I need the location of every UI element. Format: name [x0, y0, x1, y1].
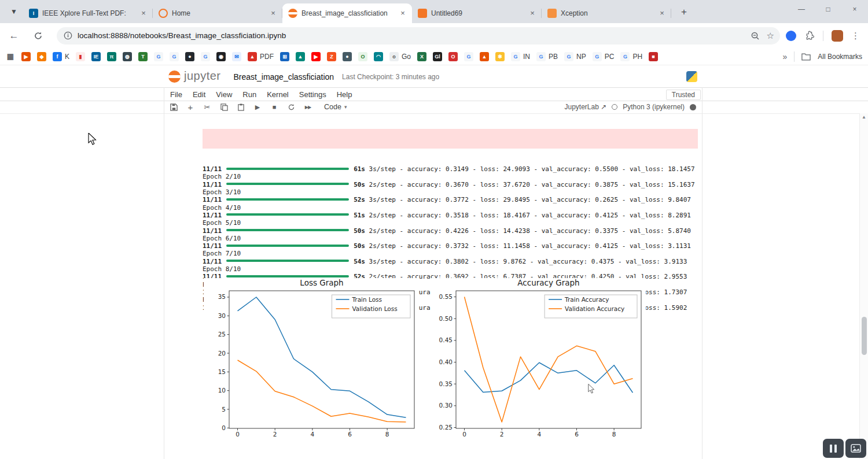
reload-icon[interactable] [30, 28, 46, 44]
insert-cell-icon[interactable]: + [186, 102, 194, 112]
kernel-name[interactable]: Python 3 (ipykernel) [623, 103, 685, 111]
folder-icon [801, 53, 811, 61]
trusted-badge[interactable]: Trusted [666, 90, 701, 100]
menu-view[interactable]: View [211, 90, 237, 99]
bookmark-favicon: ▮ [76, 52, 85, 61]
bookmark-label: PB [549, 53, 558, 61]
svg-text:Accuracy Graph: Accuracy Graph [517, 278, 579, 287]
jupyterlab-link[interactable]: JupyterLab ↗ [565, 103, 607, 111]
chevron-down-icon: ▾ [344, 104, 347, 110]
menu-settings[interactable]: Settings [294, 90, 332, 99]
bookmark-item-21[interactable]: ● [343, 52, 352, 61]
bookmark-item-36[interactable]: ■ [649, 52, 658, 61]
bookmark-item-19[interactable]: ▶ [311, 52, 321, 61]
bookmark-item-12[interactable]: ● [185, 52, 194, 61]
browser-tab-3[interactable]: Breast_image_classficiation× [282, 3, 412, 23]
scrollbar-thumb[interactable] [862, 317, 867, 355]
paste-icon[interactable] [237, 102, 245, 112]
bookmark-item-11[interactable]: G [170, 52, 179, 61]
tab-close-icon[interactable]: × [657, 9, 667, 18]
cut-icon[interactable]: ✂ [203, 102, 211, 112]
bookmark-item-14[interactable]: ◉ [216, 52, 226, 61]
menu-run[interactable]: Run [237, 90, 262, 99]
bookmark-item-7[interactable]: π [107, 52, 116, 61]
browser-tab-5[interactable]: Xception× [542, 3, 671, 23]
browser-tab-1[interactable]: IIEEE Xplore Full-Text PDF:× [23, 3, 153, 23]
minimize-button[interactable]: — [788, 0, 815, 18]
bookmark-item-20[interactable]: Z [327, 52, 336, 61]
menu-edit[interactable]: Edit [187, 90, 211, 99]
bookmark-item-5[interactable]: ▮ [76, 52, 85, 61]
bookmark-item-8[interactable]: ◍ [123, 52, 132, 61]
bookmark-item-26[interactable]: Gl [433, 52, 442, 61]
bookmark-item-16[interactable]: ▲PDF [248, 52, 274, 61]
zoom-icon[interactable] [751, 31, 760, 40]
bookmark-item-6[interactable]: IE [91, 52, 101, 61]
svg-text:0.35: 0.35 [439, 380, 453, 387]
bookmark-item-30[interactable]: ✱ [495, 52, 505, 61]
tab-close-icon[interactable]: × [269, 9, 278, 18]
bookmark-favicon: ◠ [374, 52, 383, 61]
tab-close-icon[interactable]: × [528, 9, 537, 18]
tab-close-icon[interactable]: × [139, 9, 148, 18]
bookmark-item-34[interactable]: GPC [593, 52, 615, 61]
extensions-puzzle-icon[interactable] [804, 31, 815, 41]
browser-tab-2[interactable]: Home× [153, 3, 282, 23]
menu-help[interactable]: Help [332, 90, 358, 99]
bookmark-item-25[interactable]: X [417, 52, 426, 61]
bookmark-item-10[interactable]: G [154, 52, 163, 61]
back-icon[interactable]: ← [6, 28, 22, 44]
close-button[interactable]: × [841, 0, 868, 18]
profile-avatar[interactable] [832, 30, 843, 42]
bookmark-star-icon[interactable]: ☆ [767, 31, 774, 41]
bookmark-item-29[interactable]: ▲ [480, 52, 489, 61]
bookmark-item-32[interactable]: GPB [536, 52, 558, 61]
bookmark-favicon: G [154, 52, 163, 61]
stop-icon[interactable]: ■ [270, 102, 278, 112]
bookmark-favicon: ✉ [232, 52, 241, 61]
restart-kernel-icon[interactable] [287, 102, 295, 112]
menu-file[interactable]: File [165, 90, 187, 99]
bookmark-item-17[interactable]: ⊞ [280, 52, 289, 61]
copy-icon[interactable] [220, 102, 228, 112]
restart-run-all-icon[interactable]: ▶▶ [304, 102, 312, 112]
bookmark-item-9[interactable]: T [138, 52, 148, 61]
browser-tab-4[interactable]: Untitled69× [412, 3, 542, 23]
cell-type-dropdown[interactable]: Code ▾ [324, 103, 347, 111]
bookmarks-overflow-icon[interactable]: » [783, 52, 788, 61]
tab-close-icon[interactable]: × [398, 9, 407, 18]
maximize-button[interactable]: □ [815, 0, 841, 18]
screenshot-button[interactable] [845, 439, 866, 458]
scroll-up-icon[interactable]: ▲ [860, 114, 868, 120]
url-input[interactable]: localhost:8888/notebooks/Breast_image_cl… [57, 27, 780, 45]
bookmark-item-27[interactable]: O [448, 52, 458, 61]
notebook-title[interactable]: Breast_image_classficiation [234, 72, 334, 82]
save-icon[interactable] [170, 102, 178, 112]
extension-blue-icon[interactable] [786, 31, 796, 41]
bookmark-item-33[interactable]: GNP [564, 52, 586, 61]
bookmark-item-2[interactable]: ▶ [21, 52, 31, 61]
bookmark-item-22[interactable]: O [358, 52, 367, 61]
bookmark-item-1[interactable]: ▦ [6, 52, 15, 61]
kernel-indicator-icon [612, 104, 617, 110]
bookmark-item-15[interactable]: ✉ [232, 52, 241, 61]
bookmark-item-18[interactable]: ▲ [296, 52, 305, 61]
tab-search-icon[interactable]: ▼ [6, 3, 22, 20]
site-info-icon[interactable] [64, 31, 72, 40]
menu-kernel[interactable]: Kernel [262, 90, 294, 99]
bookmark-item-35[interactable]: GPH [620, 52, 642, 61]
bookmark-item-4[interactable]: fK [53, 52, 69, 61]
all-bookmarks-button[interactable]: All Bookmarks [818, 53, 862, 61]
bookmark-item-28[interactable]: G [464, 52, 473, 61]
pause-button[interactable] [823, 439, 844, 458]
bookmark-item-31[interactable]: GIN [511, 52, 530, 61]
bookmark-item-24[interactable]: oGo [389, 52, 411, 61]
run-icon[interactable]: ▶ [253, 102, 262, 112]
bookmark-item-3[interactable]: ◆ [37, 52, 46, 61]
bookmark-item-23[interactable]: ◠ [374, 52, 383, 61]
page-scrollbar[interactable]: ▲ [859, 113, 868, 459]
jupyter-menubar: FileEditViewRunKernelSettingsHelp Truste… [164, 88, 702, 101]
new-tab-button[interactable]: + [676, 4, 692, 20]
bookmark-item-13[interactable]: G [201, 52, 210, 61]
browser-menu-icon[interactable]: ⋮ [851, 31, 860, 41]
